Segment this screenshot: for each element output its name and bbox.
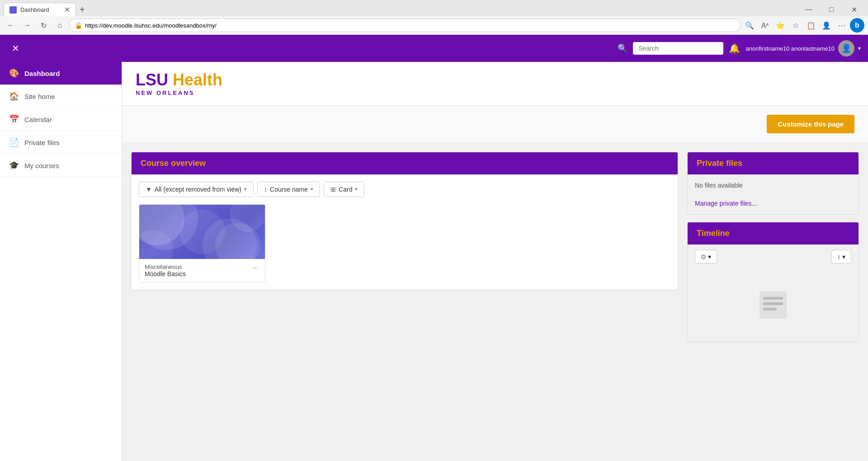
main-content: LSU Health NEW ORLEANS Customize this pa…	[122, 62, 868, 461]
logo-area: LSU Health NEW ORLEANS	[122, 62, 868, 106]
courses-icon: 🎓	[9, 160, 19, 170]
search-icon-button[interactable]: 🔍	[618, 43, 627, 53]
sidebar-item-label: Calendar	[24, 116, 52, 123]
timeline-empty-icon	[755, 287, 791, 323]
course-info: Miscellaneous Moodle Basics	[145, 263, 186, 278]
bing-button[interactable]: b	[850, 18, 864, 33]
avatar-icon: 👤	[841, 43, 851, 53]
no-files-text: No files available	[688, 174, 859, 196]
sidebar-item-label: Dashboard	[24, 70, 60, 77]
sidebar-item-label: My courses	[24, 162, 59, 169]
course-card[interactable]: Miscellaneous Moodle Basics ⋯	[139, 204, 265, 282]
course-category: Miscellaneous	[145, 263, 186, 270]
calendar-icon: 📅	[9, 114, 19, 124]
avatar: 👤	[838, 40, 854, 56]
reload-button[interactable]: ↻	[36, 18, 51, 33]
manage-files-link[interactable]: Manage private files...	[688, 196, 859, 214]
forward-button[interactable]: →	[20, 18, 34, 33]
course-menu-button[interactable]: ⋯	[251, 263, 259, 273]
filter-sort-button[interactable]: ↕ Course name ▾	[257, 182, 320, 197]
collections-btn[interactable]: 📋	[804, 18, 818, 33]
filter-all-caret: ▾	[244, 186, 247, 192]
timeline-sort-button[interactable]: ↕ ▾	[831, 250, 851, 263]
lsu-text: LSU	[136, 71, 168, 89]
tab-close-btn[interactable]: ✕	[64, 5, 70, 14]
address-bar[interactable]: 🔒	[69, 19, 741, 32]
notification-icon: 🔔	[729, 43, 740, 53]
filter-sort-label: Course name	[270, 186, 308, 193]
filter-sort-caret: ▾	[311, 186, 313, 192]
browser-chrome: Dashboard ✕ + — □ ✕ ← → ↻ ⌂ 🔒 🔍 Aᵃ ⭐ ☆ 📋…	[0, 0, 868, 35]
timeline-date-button[interactable]: ⊙ ▾	[695, 250, 717, 263]
svg-rect-7	[763, 302, 783, 305]
svg-rect-6	[763, 297, 783, 300]
logo-line1: LSU Health	[136, 71, 854, 89]
timeline-controls: ⊙ ▾ ↕ ▾	[688, 245, 859, 269]
user-dropdown-arrow: ▾	[858, 45, 861, 52]
new-tab-button[interactable]: +	[76, 5, 89, 14]
svg-point-2	[180, 209, 225, 254]
sidebar-item-label: Site home	[24, 93, 55, 100]
timeline-panel: Timeline ⊙ ▾ ↕ ▾	[687, 222, 859, 342]
hamburger-icon: ✕	[12, 43, 19, 54]
close-button[interactable]: ✕	[844, 3, 864, 16]
user-name: anonfirstname10 anonlastname10	[745, 45, 835, 52]
svg-point-4	[139, 230, 173, 259]
customize-bar: Customize this page	[122, 106, 868, 143]
course-overview-panel: Course overview ▼ All (except removed fr…	[131, 152, 678, 290]
search-area: 🔍 🔔 anonfirstname10 anonlastname10 👤 ▾	[618, 40, 861, 56]
back-button[interactable]: ←	[4, 18, 18, 33]
grid-icon: ⊞	[330, 186, 336, 193]
filter-all-label: All (except removed from view)	[155, 186, 241, 193]
customize-page-button[interactable]: Customize this page	[767, 115, 854, 133]
filter-view-button[interactable]: ⊞ Card ▾	[324, 182, 364, 197]
sidebar-item-private-files[interactable]: 📄 Private files	[0, 131, 122, 154]
bookmark-btn[interactable]: ☆	[788, 18, 803, 33]
app-body: 🎨 Dashboard 🏠 Site home 📅 Calendar 📄 Pri…	[0, 62, 868, 461]
course-filters: ▼ All (except removed from view) ▾ ↕ Cou…	[139, 182, 670, 197]
filter-icon: ▼	[146, 186, 152, 193]
tab-title: Dashboard	[20, 6, 49, 13]
search-toolbar-btn[interactable]: 🔍	[742, 18, 757, 33]
timeline-date-caret: ▾	[708, 253, 711, 260]
sidebar-item-my-courses[interactable]: 🎓 My courses	[0, 154, 122, 177]
active-tab[interactable]: Dashboard ✕	[4, 3, 76, 16]
lock-icon: 🔒	[75, 22, 82, 29]
menu-toggle-button[interactable]: ✕	[7, 40, 24, 56]
lsu-logo: LSU Health NEW ORLEANS	[136, 71, 854, 96]
course-overview-title: Course overview	[141, 159, 206, 168]
search-input[interactable]	[633, 42, 723, 55]
timeline-sort-icon: ↕	[837, 253, 840, 260]
home-icon: 🏠	[9, 91, 19, 101]
timeline-empty	[688, 269, 859, 341]
health-text: Health	[168, 71, 222, 89]
more-btn[interactable]: ⋯	[835, 18, 849, 33]
svg-point-3	[230, 205, 265, 232]
home-button[interactable]: ⌂	[52, 18, 67, 33]
filter-view-label: Card	[339, 186, 352, 193]
filter-all-button[interactable]: ▼ All (except removed from view) ▾	[139, 182, 254, 197]
course-overview-body: ▼ All (except removed from view) ▾ ↕ Cou…	[132, 174, 678, 290]
minimize-button[interactable]: —	[798, 3, 819, 16]
private-files-panel: Private files No files available Manage …	[687, 152, 859, 215]
file-icon: 📄	[9, 137, 19, 147]
maximize-button[interactable]: □	[821, 3, 842, 16]
user-menu[interactable]: anonfirstname10 anonlastname10 👤 ▾	[745, 40, 861, 56]
course-menu-dots: ⋯	[252, 264, 259, 272]
right-panels: Private files No files available Manage …	[687, 152, 859, 342]
profile-btn[interactable]: 👤	[819, 18, 834, 33]
sidebar-item-dashboard[interactable]: 🎨 Dashboard	[0, 62, 122, 85]
reading-mode-btn[interactable]: Aᵃ	[758, 18, 772, 33]
sort-icon: ↕	[264, 186, 267, 193]
notification-button[interactable]: 🔔	[729, 43, 740, 54]
tab-favicon	[9, 6, 17, 14]
course-card-image	[139, 205, 265, 259]
course-overview-header: Course overview	[132, 152, 678, 174]
sidebar-item-site-home[interactable]: 🏠 Site home	[0, 85, 122, 108]
course-title[interactable]: Moodle Basics	[145, 270, 186, 278]
private-files-title: Private files	[697, 159, 742, 168]
favorites-btn[interactable]: ⭐	[773, 18, 788, 33]
url-input[interactable]	[85, 22, 735, 29]
sidebar-item-calendar[interactable]: 📅 Calendar	[0, 108, 122, 131]
new-orleans-text: NEW ORLEANS	[136, 90, 854, 96]
